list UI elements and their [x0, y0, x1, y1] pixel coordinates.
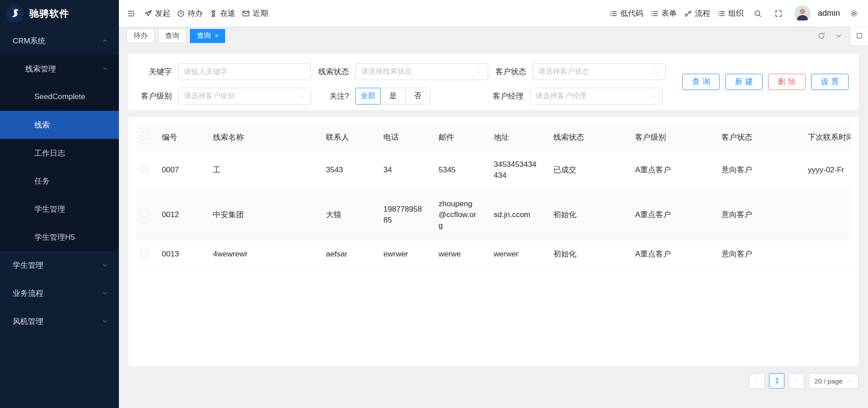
sidebar-item-label: 学生管理: [34, 204, 65, 214]
follow-option-yes[interactable]: 是: [380, 88, 406, 104]
follow-option-all[interactable]: 全部: [355, 88, 381, 104]
sidebar-item-student-management-sub[interactable]: 学生管理: [0, 195, 119, 223]
customer-manager-field-group: 客户经理 请选择客户经理: [489, 88, 663, 104]
tab-label: 查询: [197, 31, 211, 41]
customer-status-label: 客户状态: [492, 66, 526, 77]
fullscreen-icon[interactable]: [772, 7, 785, 20]
sidebar-item-label: 学生管理H5: [34, 232, 75, 242]
list-icon: [609, 9, 618, 18]
sidebar-item-label: 工作日志: [34, 148, 65, 158]
tab-close-icon[interactable]: ×: [215, 33, 218, 39]
sidebar-collapse-icon[interactable]: [124, 7, 138, 20]
table-cell: 已成交: [550, 150, 632, 190]
sidebar-item-fan-management[interactable]: 风机管理: [0, 307, 119, 335]
table-row: 00134wewrewraefsarewrwerwerwewerwer初始化A重…: [136, 240, 851, 268]
nav-recent[interactable]: 近期: [242, 8, 268, 19]
chevron-left-icon: [754, 378, 760, 384]
filter-actions: 查询 新建 删除 设置: [682, 74, 849, 90]
filter-panel: 关键字 线索状态 请选择线索状态 客户状态 请选择客户状态: [128, 53, 859, 110]
row-checkbox[interactable]: [141, 209, 148, 217]
table-cell: yyyy-02-Fr: [804, 150, 851, 190]
sidebar-item-seedcomplete[interactable]: SeedComplete: [0, 83, 119, 111]
nav-label: 组织: [728, 8, 744, 19]
table-cell: A重点客户: [632, 150, 718, 190]
nav-label: 表单: [661, 8, 677, 19]
keyword-input[interactable]: [178, 63, 311, 80]
sidebar-item-student-management-h5[interactable]: 学生管理H5: [0, 223, 119, 251]
table-header-row: 编号 线索名称 联系人 电话 邮件 地址 线索状态 客户级别 客户状态 下次联系…: [136, 124, 851, 150]
chevron-down-icon: [847, 378, 853, 384]
follow-option-no[interactable]: 否: [405, 88, 430, 104]
header-right: 低代码 表单 流程 组织 admin: [605, 5, 861, 22]
customer-status-select[interactable]: 请选择客户状态: [533, 63, 665, 80]
keyword-label: 关键字: [137, 66, 172, 77]
prev-page-button[interactable]: [749, 373, 764, 389]
select-all-checkbox[interactable]: [141, 132, 148, 140]
table-cell: 初始化: [550, 190, 632, 240]
column-header: 邮件: [435, 124, 490, 150]
page-size-select[interactable]: 20 / page: [809, 373, 859, 389]
table-cell: sd.jn.ccom: [490, 190, 550, 240]
nav-in-transit[interactable]: 在途: [209, 8, 236, 19]
table-cell: werwer: [490, 240, 550, 268]
table-cell: 大猫: [322, 190, 380, 240]
table-body: 0007工35433453453453453434434已成交A重点客户意向客户…: [136, 150, 851, 268]
customer-level-select[interactable]: 请选择客户级别: [178, 88, 311, 104]
flow-icon: [684, 9, 692, 18]
refresh-icon[interactable]: [816, 30, 827, 42]
row-checkbox[interactable]: [141, 165, 148, 172]
sidebar-item-student-management[interactable]: 学生管理: [0, 251, 119, 279]
sidebar-item-label: 学生管理: [13, 260, 43, 270]
list-icon: [651, 9, 659, 18]
column-header: 客户状态: [718, 124, 804, 150]
sidebar-item-task[interactable]: 任务: [0, 167, 119, 195]
nav-label: 低代码: [620, 8, 643, 19]
nav-todo[interactable]: 待办: [177, 8, 203, 19]
lead-status-label: 线索状态: [315, 66, 349, 77]
tab-todo[interactable]: 待办: [127, 29, 155, 43]
nav-organization[interactable]: 组织: [717, 8, 744, 19]
customer-level-field-group: 客户级别 请选择客户级别: [137, 88, 311, 104]
sidebar-item-label: SeedComplete: [34, 92, 85, 101]
sidebar-item-business-process[interactable]: 业务流程: [0, 279, 119, 307]
user-avatar[interactable]: [794, 5, 811, 22]
maximize-icon[interactable]: [850, 27, 868, 45]
sidebar-item-lead-management[interactable]: 线索管理: [0, 55, 119, 83]
sidebar-item-crm-system[interactable]: CRM系统: [0, 27, 119, 55]
search-icon[interactable]: [751, 7, 764, 20]
page-number-button[interactable]: 1: [769, 373, 784, 389]
tab-query-2-active[interactable]: 查询 ×: [190, 29, 225, 43]
next-page-button[interactable]: [789, 373, 804, 389]
table-cell: 意向客户: [718, 190, 804, 240]
nav-form[interactable]: 表单: [651, 8, 677, 19]
column-header: 编号: [158, 124, 209, 150]
nav-initiate[interactable]: 发起: [144, 8, 170, 19]
table-cell-checkbox: [136, 240, 158, 268]
table-row: 0012中安集团大猫19877895885zhoupeng@ccflow.org…: [136, 190, 851, 240]
swan-logo-icon: [6, 5, 24, 23]
chevron-up-icon: [102, 38, 108, 44]
table-cell: 工: [209, 150, 322, 190]
gear-icon[interactable]: [847, 7, 861, 20]
nav-label: 在途: [220, 8, 236, 19]
leads-table: 编号 线索名称 联系人 电话 邮件 地址 线索状态 客户级别 客户状态 下次联系…: [136, 124, 851, 269]
query-button[interactable]: 查询: [682, 74, 720, 90]
sidebar-item-lead[interactable]: 线索: [0, 111, 119, 139]
sidebar-item-label: 业务流程: [13, 288, 43, 299]
settings-button[interactable]: 设置: [811, 74, 849, 90]
main-area: 发起 待办 在途 近期 低代码 表单 流程: [119, 0, 868, 408]
tab-query-1[interactable]: 查询: [158, 29, 186, 43]
customer-manager-select[interactable]: 请选择客户经理: [530, 88, 663, 104]
table-cell: 0013: [158, 240, 209, 268]
delete-button[interactable]: 删除: [768, 74, 806, 90]
lead-status-select[interactable]: 请选择线索状态: [355, 63, 488, 80]
row-checkbox[interactable]: [141, 249, 148, 256]
chevron-down-icon[interactable]: [833, 30, 844, 42]
nav-low-code[interactable]: 低代码: [609, 8, 643, 19]
create-button[interactable]: 新建: [725, 74, 763, 90]
nav-flow[interactable]: 流程: [684, 8, 710, 19]
username[interactable]: admin: [818, 9, 840, 18]
sidebar-menu: CRM系统 线索管理 SeedComplete 线索 工作日志 任务 学生管理: [0, 27, 119, 335]
table-cell: 5345: [435, 150, 490, 190]
sidebar-item-work-log[interactable]: 工作日志: [0, 139, 119, 167]
